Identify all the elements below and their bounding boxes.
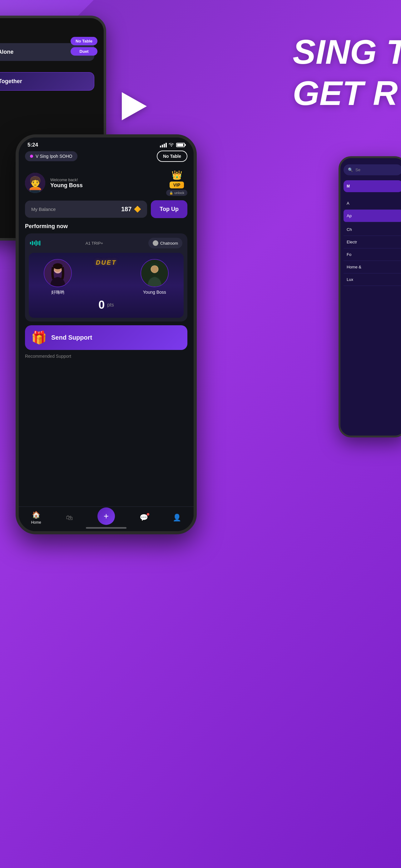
svg-point-7 — [53, 263, 63, 269]
send-support-button[interactable]: 🎁 Send Support — [25, 325, 188, 350]
boss-avatar-img — [141, 260, 168, 286]
list-item-a[interactable]: A — [343, 197, 401, 210]
performer-1-name: 好嗨哟 — [51, 290, 64, 295]
nav-messages[interactable]: 💬 — [140, 514, 148, 522]
unlock-text: unlock — [174, 191, 184, 195]
recommended-label: Recommended Support — [19, 354, 194, 361]
user-info: Welcome back! Young Boss — [50, 178, 161, 189]
wave-bar-2 — [32, 241, 33, 245]
sing-together-item[interactable]: g Together — [0, 72, 94, 91]
unlock-pill[interactable]: 🔒 unlock — [166, 190, 188, 196]
wave-bar-1 — [30, 242, 31, 244]
performance-header: A1 TRIP+ Chatroom — [25, 234, 188, 253]
nav-store[interactable]: 🛍 — [66, 514, 73, 522]
phone-right-screen: 🔍 Se M A Ap Ch Electr Fo Home & Lux — [340, 158, 401, 436]
balance-label: My Balance — [31, 207, 56, 212]
search-icon-right: 🔍 — [348, 167, 353, 172]
duet-label: DUET — [96, 259, 116, 266]
balance-row: My Balance 187 Top Up — [19, 200, 194, 223]
wifi-icon — [169, 142, 174, 148]
list-item-home[interactable]: Home & — [343, 261, 401, 273]
performer-2-avatar — [140, 259, 169, 287]
signal-bars — [160, 143, 167, 148]
headline-line1: SING T — [293, 31, 401, 72]
vip-badge[interactable]: 👑 VIP 🔒 unlock — [166, 170, 188, 196]
store-icon: 🛍 — [66, 514, 73, 522]
svg-rect-0 — [25, 173, 45, 193]
play-button[interactable] — [119, 91, 150, 122]
headline-line2: GET R — [293, 72, 401, 114]
waveform-icon — [30, 240, 40, 246]
home-bar — [86, 527, 127, 529]
signal-bar-1 — [160, 146, 161, 148]
list-item-ap[interactable]: Ap — [343, 210, 401, 222]
signal-bar-4 — [166, 143, 167, 148]
location-text: V Sing Ipoh SOHO — [36, 154, 72, 159]
phone-right: 🔍 Se M A Ap Ch Electr Fo Home & Lux — [338, 156, 401, 437]
user-card: Welcome back! Young Boss 👑 VIP 🔒 unlock — [19, 165, 194, 200]
list-item-lux[interactable]: Lux — [343, 273, 401, 286]
duet-pill[interactable]: Duet — [71, 47, 97, 56]
topup-button[interactable]: Top Up — [151, 200, 188, 218]
location-pill[interactable]: V Sing Ipoh SOHO — [25, 151, 77, 161]
score-row: 0 pts — [98, 299, 114, 312]
signal-bar-3 — [164, 144, 165, 148]
headline-text: SING T GET R — [293, 31, 401, 114]
svg-point-10 — [151, 266, 158, 273]
nav-home[interactable]: 🏠 Home — [31, 511, 41, 525]
performer-1: 好嗨哟 — [44, 259, 72, 295]
username: Young Boss — [50, 182, 161, 189]
avatar-image — [25, 173, 45, 193]
woman-avatar-img — [44, 260, 71, 286]
avatar — [25, 173, 45, 193]
chatroom-button[interactable]: Chatroom — [148, 238, 182, 248]
score-number: 0 — [98, 299, 105, 312]
wave-bar-5 — [37, 241, 38, 245]
home-label: Home — [31, 520, 41, 525]
nav-profile[interactable]: 👤 — [173, 514, 181, 522]
balance-card: My Balance 187 — [25, 200, 147, 218]
list-item-electr[interactable]: Electr — [343, 236, 401, 248]
chatroom-icon — [153, 240, 158, 246]
diamond-icon — [134, 206, 141, 213]
list-item-fo[interactable]: Fo — [343, 248, 401, 261]
no-table-button[interactable]: No Table — [157, 151, 188, 162]
pills-container: No Table Duet — [71, 37, 97, 56]
plus-button[interactable]: + — [97, 507, 115, 525]
home-icon: 🏠 — [32, 511, 40, 519]
wave-bar-6 — [39, 241, 40, 246]
no-table-pill[interactable]: No Table — [71, 37, 97, 45]
svg-point-3 — [33, 178, 37, 183]
plus-icon: + — [104, 511, 109, 521]
phone-main: 5:24 — [15, 134, 197, 534]
send-support-text: Send Support — [51, 334, 92, 341]
welcome-text: Welcome back! — [50, 178, 161, 182]
battery-icon — [176, 143, 185, 147]
performer-1-avatar — [44, 259, 72, 287]
phone-screen: 5:24 — [19, 137, 194, 531]
time-display: 5:24 — [28, 142, 38, 148]
vip-crown: 👑 — [171, 170, 182, 180]
balance-number: 187 — [121, 206, 132, 213]
section-title: Performing now — [19, 223, 194, 234]
performer-2-name: Young Boss — [143, 290, 166, 294]
nav-plus[interactable]: + — [97, 510, 115, 525]
balance-amount: 187 — [121, 206, 141, 213]
svg-point-1 — [32, 176, 38, 183]
status-icons — [160, 142, 185, 148]
performer-2: Young Boss — [140, 259, 169, 294]
chatroom-text: Chatroom — [160, 241, 178, 246]
search-bar-right[interactable]: 🔍 Se — [343, 164, 401, 175]
performers-row: 好嗨哟 DUET — [35, 259, 177, 295]
search-text-right: Se — [356, 167, 360, 172]
profile-icon: 👤 — [173, 514, 181, 522]
location-dot — [30, 155, 33, 158]
pts-label: pts — [107, 302, 114, 308]
location-bar: V Sing Ipoh SOHO No Table — [19, 151, 194, 165]
ai-trip-badge: A1 TRIP+ — [86, 241, 103, 246]
list-item-ch[interactable]: Ch — [343, 223, 401, 236]
performance-card: A1 TRIP+ Chatroom — [25, 234, 188, 321]
my-balance-right[interactable]: M — [343, 180, 401, 192]
signal-bar-2 — [162, 145, 163, 148]
gift-icon: 🎁 — [31, 330, 47, 345]
